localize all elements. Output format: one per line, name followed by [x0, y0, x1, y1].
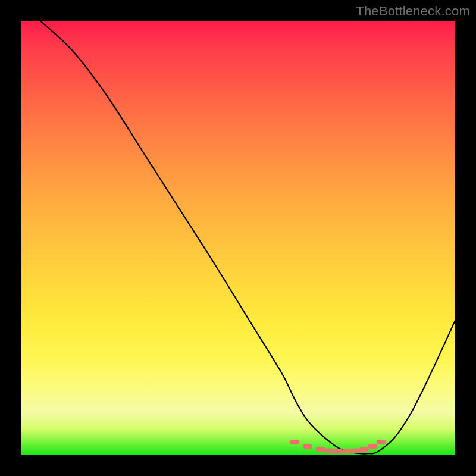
plot-area [21, 21, 455, 455]
curve-marker [324, 449, 334, 453]
curve-marker [303, 444, 312, 449]
curve-marker [377, 440, 386, 444]
curve-marker [333, 449, 343, 453]
bottleneck-curve [40, 21, 455, 454]
curve-marker [350, 449, 360, 453]
curve-marker [316, 447, 325, 452]
curve-marker [368, 444, 377, 449]
marker-group [290, 440, 386, 453]
curve-marker [359, 447, 369, 452]
watermark-text: TheBottleneck.com [356, 4, 470, 19]
curve-marker [290, 440, 299, 444]
curve-layer [21, 21, 455, 455]
curve-marker [342, 449, 352, 453]
chart-container: TheBottleneck.com [0, 0, 476, 476]
